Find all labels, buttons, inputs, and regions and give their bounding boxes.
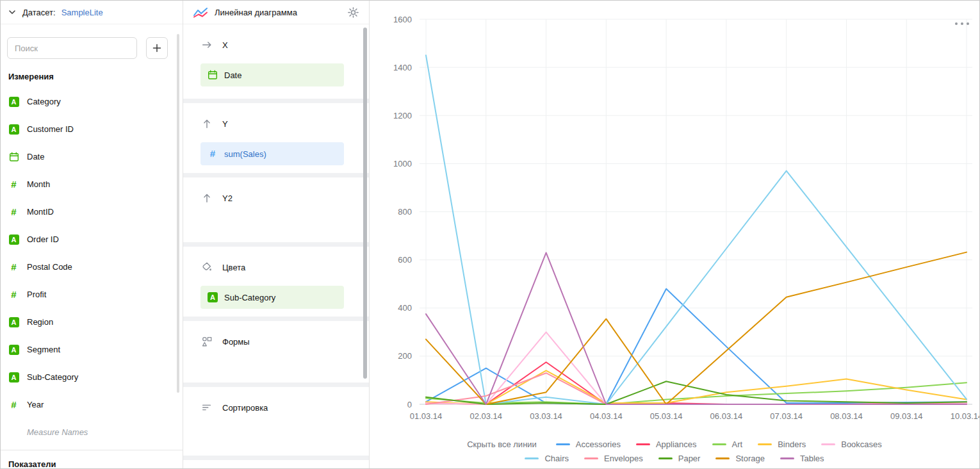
arrow-right-icon [200,39,213,51]
legend-swatch [556,443,570,445]
field-row-sub-category[interactable]: ASub-Category [1,363,183,391]
dataset-label: Датасет: [22,8,56,17]
field-label: Date [27,152,44,161]
measure-hash-icon: # [208,149,218,159]
section-y2-header: Y2 [200,191,369,205]
line-chart-icon [193,7,208,18]
section-gap [183,456,369,460]
dataset-name-link[interactable]: SampleLite [61,8,103,17]
fields-list: ACategoryACustomer IDDate#Month#MontIDAO… [1,85,183,446]
legend-item-storage[interactable]: Storage [715,454,765,463]
x-tick-label: 10.03.14 [951,411,980,421]
section-colors-header: Цвета [200,260,369,274]
date-field-icon [8,152,19,162]
section-x: X Date [183,24,369,99]
field-row-profit[interactable]: #Profit [1,281,183,308]
section-gap [183,242,369,247]
legend-label: Chairs [544,454,569,463]
section-x-label: X [222,40,228,50]
field-row-segment[interactable]: ASegment [1,336,183,363]
field-row-category[interactable]: ACategory [1,88,183,115]
dataset-scrollbar[interactable] [177,34,179,393]
section-shapes: Формы [183,321,369,383]
search-input[interactable] [7,37,137,59]
section-gap [183,173,369,177]
config-scrollbar[interactable] [363,28,367,379]
x-tick-label: 06.03.14 [710,411,743,421]
number-field-icon: # [8,179,19,190]
field-row-region[interactable]: ARegion [1,308,183,336]
add-field-button[interactable] [146,37,168,59]
section-shapes-label: Формы [222,337,250,347]
legend-item-chairs[interactable]: Chairs [525,454,569,463]
y-tick-label: 200 [398,351,412,361]
legend-label: Binders [778,440,806,449]
measures-header: Показатели [1,450,183,469]
field-pill-label: Sub-Category [224,293,275,302]
field-label: Sub-Category [27,372,78,382]
line-chart-svg: 0200400600800100012001400160001.03.1402.… [370,1,980,469]
y-tick-label: 1200 [393,111,412,120]
series-line-bookcases [426,332,967,404]
field-pill-label: sum(Sales) [224,149,266,159]
section-sort-label: Сортировка [222,403,268,413]
legend-item-envelopes[interactable]: Envelopes [584,454,643,463]
field-pill-label: Date [224,70,241,80]
number-field-icon: # [8,262,19,272]
number-field-icon: # [8,400,19,410]
legend-label: Tables [800,454,824,463]
field-pill-sub-category[interactable]: A Sub-Category [200,286,344,309]
legend-item-binders[interactable]: Binders [758,440,806,449]
field-row-month[interactable]: #Month [1,170,183,198]
x-tick-label: 04.03.14 [590,411,623,421]
x-tick-label: 03.03.14 [530,411,562,421]
legend-swatch [780,457,794,459]
x-tick-label: 08.03.14 [830,411,863,421]
app-window: Датасет: SampleLite Измерения ACategoryA… [0,0,980,469]
y-tick-label: 1000 [393,159,412,169]
y-tick-label: 600 [398,255,412,265]
legend-swatch [584,457,598,459]
calendar-icon [208,70,218,80]
section-gap [183,99,369,103]
field-row-date[interactable]: Date [1,143,183,170]
legend-label: Appliances [656,440,697,449]
section-y-header: Y [200,117,369,131]
arrow-up-icon [200,118,213,129]
field-label: Postal Code [27,262,72,272]
legend-item-accessories[interactable]: Accessories [556,440,621,449]
legend-item-appliances[interactable]: Appliances [636,440,697,449]
section-x-header: X [200,38,369,52]
field-row-measure-names[interactable]: Measure Names [1,418,183,446]
field-pill-date[interactable]: Date [200,63,344,86]
field-row-year[interactable]: #Year [1,391,183,418]
legend-item-paper[interactable]: Paper [658,454,701,463]
y-tick-label: 1400 [393,63,412,72]
legend-item-art[interactable]: Art [712,440,743,449]
legend-item-bookcases[interactable]: Bookcases [821,440,882,449]
more-menu-icon[interactable] [954,17,970,29]
series-line-storage [426,252,967,404]
field-row-montid[interactable]: #MontID [1,198,183,226]
gear-icon[interactable] [347,6,359,19]
field-row-customer-id[interactable]: ACustomer ID [1,115,183,143]
legend-item-tables[interactable]: Tables [780,454,824,463]
dataset-header: Датасет: SampleLite [1,1,183,24]
string-field-icon: A [8,124,19,135]
chevron-down-icon[interactable] [8,8,17,17]
field-row-order-id[interactable]: AOrder ID [1,226,183,253]
dataset-panel: Датасет: SampleLite Измерения ACategoryA… [1,1,183,468]
x-tick-label: 09.03.14 [890,411,923,421]
section-sort-header: Сортировка [200,400,369,415]
string-field-icon: A [8,317,19,327]
field-pill-sum-sales[interactable]: # sum(Sales) [200,142,344,165]
hide-all-lines-link[interactable]: Скрыть все линии [467,440,537,449]
field-row-postal-code[interactable]: #Postal Code [1,253,183,281]
legend-row: Скрыть все линииAccessoriesAppliancesArt… [459,440,890,449]
legend-swatch [525,457,539,459]
section-y2: Y2 [183,177,369,242]
search-row [7,37,176,59]
chart-panel: 0200400600800100012001400160001.03.1402.… [370,1,979,468]
number-field-icon: # [8,290,19,300]
legend-label: Bookcases [841,440,882,449]
